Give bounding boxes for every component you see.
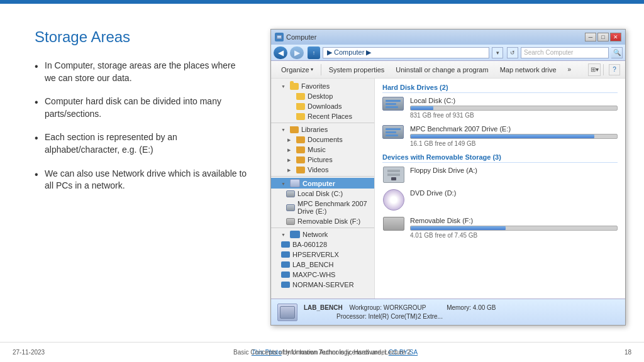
slide-number: 18: [625, 349, 631, 356]
nav-videos[interactable]: Videos: [271, 165, 374, 175]
drive-e-icon-area: [382, 125, 405, 143]
drive-item-e[interactable]: MPC Benchmark 2007 Drive (E:) 16.1 GB fr…: [382, 125, 618, 147]
top-accent-bar: [0, 0, 644, 4]
nav-network[interactable]: Network: [271, 229, 374, 239]
bullet-item-3: Each section is represented by an alphab…: [35, 131, 248, 156]
pictures-icon: [296, 156, 305, 163]
search-box[interactable]: Search Computer: [521, 47, 609, 58]
bullet-list: In Computer, storage areas are the place…: [35, 60, 248, 192]
hp-label: HPSERVERLX: [292, 251, 339, 258]
hard-drives-section-title: Hard Disk Drives (2): [382, 84, 448, 91]
music-label: Music: [308, 146, 326, 153]
drive-c-name: Local Disk (C:): [410, 97, 618, 104]
hard-drives-header: Hard Disk Drives (2): [382, 84, 618, 93]
libraries-label: Libraries: [301, 126, 328, 133]
help-button[interactable]: ?: [609, 64, 620, 75]
drive-e-bar-fill: [411, 134, 594, 138]
drive-c-bar-bg: [410, 106, 618, 111]
local-disk-c-label: Local Disk (C:): [297, 190, 343, 197]
lab-label: LAB_BENCH: [292, 261, 333, 268]
drive-item-d[interactable]: DVD Drive (D:): [382, 189, 618, 211]
view-button[interactable]: ⊞▾: [588, 63, 601, 76]
drive-f-bar-fill: [411, 226, 506, 230]
favorites-header[interactable]: Favorites: [271, 81, 374, 91]
libraries-header[interactable]: Libraries: [271, 124, 374, 134]
computer-expand-icon: [281, 180, 287, 187]
videos-icon: [296, 167, 305, 173]
nav-ba060128[interactable]: BA-060128: [271, 239, 374, 250]
floppy-a-icon: [383, 167, 404, 183]
search-icon[interactable]: 🔍: [611, 47, 623, 58]
nav-removable-f[interactable]: Removable Disk (F:): [271, 216, 374, 226]
search-placeholder: Search Computer: [524, 49, 573, 56]
nav-pictures[interactable]: Pictures: [271, 155, 374, 165]
address-dropdown[interactable]: ▾: [492, 47, 503, 58]
drive-item-f[interactable]: Removable Disk (F:) 4.01 GB free of 7.45…: [382, 217, 618, 239]
nav-lab-bench[interactable]: LAB_BENCH: [271, 260, 374, 270]
more-button[interactable]: »: [563, 65, 577, 74]
status-text: LAB_BENCH Workgroup: WORKGROUP Memory: 4…: [304, 304, 496, 321]
desktop-folder-icon: [296, 93, 305, 100]
uninstall-label: Uninstall or change a program: [396, 66, 488, 74]
drive-c-details: Local Disk (C:) 831 GB free of 931 GB: [410, 97, 618, 119]
favorites-folder-icon: [290, 83, 299, 90]
system-properties-button[interactable]: System properties: [324, 65, 390, 75]
address-box[interactable]: ▶ Computer ▶: [323, 47, 489, 58]
computer-label: Computer: [303, 180, 335, 187]
network-icon: [290, 231, 300, 238]
docs-expand-icon: [287, 136, 294, 143]
desktop-label: Desktop: [308, 92, 333, 100]
window-icon: [275, 33, 284, 41]
divider-3: [271, 228, 374, 228]
drive-f-bar-bg: [410, 226, 618, 231]
slide-title: Storage Areas: [35, 28, 248, 46]
favorites-label: Favorites: [301, 82, 330, 90]
nav-desktop[interactable]: Desktop: [271, 91, 374, 101]
drive-f-icon-area: [382, 217, 405, 231]
nav-documents[interactable]: Documents: [271, 134, 374, 145]
drive-d-icon-area: [382, 189, 405, 211]
drive-item-c[interactable]: Local Disk (C:) 831 GB free of 931 GB: [382, 97, 618, 119]
recent-places-label: Recent Places: [308, 112, 352, 120]
nav-panel: Favorites Desktop Downloads Recent Place…: [271, 79, 375, 299]
drive-a-icon-area: [382, 167, 405, 183]
address-text: ▶ Computer ▶: [327, 48, 371, 57]
refresh-button[interactable]: ↺: [507, 47, 518, 58]
up-button[interactable]: ↑: [308, 47, 320, 59]
music-icon: [296, 146, 305, 153]
drive-d-details: DVD Drive (D:): [410, 189, 618, 198]
drive-item-a[interactable]: Floppy Disk Drive (A:): [382, 167, 618, 183]
nav-maxpc-whs[interactable]: MAXPC-WHS: [271, 270, 374, 280]
drive-c-icon: [382, 97, 405, 114]
nav-mpc-drive-e[interactable]: MPC Benchmark 2007 Drive (E:): [271, 199, 374, 216]
ba-label: BA-060128: [292, 241, 327, 248]
toolbar-right: ⊞▾ ?: [588, 63, 620, 76]
separator-1: [321, 64, 321, 75]
minimize-button[interactable]: ─: [585, 33, 596, 41]
maxpc-icon: [281, 272, 290, 278]
nav-downloads[interactable]: Downloads: [271, 101, 374, 111]
back-button[interactable]: ◀: [274, 47, 287, 59]
status-workgroup: Workgroup: WORKGROUP: [349, 304, 426, 311]
map-network-button[interactable]: Map network drive: [495, 65, 562, 75]
divider-2: [271, 176, 374, 177]
nav-hpserverlx[interactable]: HPSERVERLX: [271, 250, 374, 260]
favorites-expand-icon: [281, 83, 287, 89]
separator-2: [603, 64, 604, 75]
uninstall-button[interactable]: Uninstall or change a program: [391, 65, 493, 75]
nav-norman-server[interactable]: NORMAN-SERVER: [271, 280, 374, 290]
nav-recent-places[interactable]: Recent Places: [271, 111, 374, 121]
maximize-button[interactable]: □: [597, 33, 609, 41]
window-controls: ─ □ ✕: [585, 33, 621, 41]
nav-local-disk-c[interactable]: Local Disk (C:): [271, 189, 374, 199]
left-content: Storage Areas In Computer, storage areas…: [35, 28, 248, 204]
organize-button[interactable]: Organize: [276, 65, 318, 75]
nav-music[interactable]: Music: [271, 145, 374, 155]
bullet-item-1: In Computer, storage areas are the place…: [35, 60, 248, 84]
libraries-icon: [290, 126, 299, 133]
forward-button[interactable]: ▶: [290, 47, 304, 59]
title-bar: Computer ─ □ ✕: [271, 30, 625, 45]
drive-c-icon-area: [382, 97, 405, 114]
close-button[interactable]: ✕: [610, 33, 621, 41]
nav-computer[interactable]: Computer: [271, 178, 374, 189]
